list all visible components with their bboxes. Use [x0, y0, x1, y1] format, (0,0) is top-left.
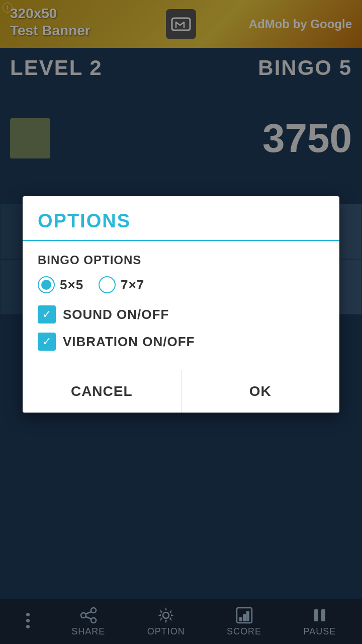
vibration-checkbox-row[interactable]: ✓ VIBRATION ON/OFF: [38, 333, 324, 351]
radio-5x5-circle[interactable]: [38, 276, 55, 293]
radio-7x7-label: 7×7: [121, 277, 144, 293]
radio-7x7-option[interactable]: 7×7: [99, 276, 144, 293]
sound-checkbox[interactable]: ✓: [38, 305, 56, 324]
dialog-title: OPTIONS: [38, 210, 131, 231]
dialog-body: BINGO OPTIONS 5×5 7×7 ✓ SOUND ON/OFF ✓: [23, 241, 339, 370]
dialog-overlay: OPTIONS BINGO OPTIONS 5×5 7×7 ✓ SOUND ON…: [0, 0, 362, 644]
section-title: BINGO OPTIONS: [38, 253, 324, 267]
grid-size-radio-group: 5×5 7×7: [38, 276, 324, 293]
radio-5x5-option[interactable]: 5×5: [38, 276, 83, 293]
ok-button[interactable]: OK: [182, 370, 340, 413]
radio-7x7-circle[interactable]: [99, 276, 116, 293]
cancel-button[interactable]: CANCEL: [23, 370, 182, 413]
options-dialog: OPTIONS BINGO OPTIONS 5×5 7×7 ✓ SOUND ON…: [23, 196, 339, 413]
radio-5x5-label: 5×5: [60, 277, 83, 293]
sound-label: SOUND ON/OFF: [63, 307, 169, 323]
vibration-label: VIBRATION ON/OFF: [63, 334, 195, 350]
sound-checkbox-row[interactable]: ✓ SOUND ON/OFF: [38, 305, 324, 324]
dialog-footer: CANCEL OK: [23, 370, 339, 413]
dialog-header: OPTIONS: [23, 196, 339, 241]
vibration-checkbox[interactable]: ✓: [38, 333, 56, 351]
